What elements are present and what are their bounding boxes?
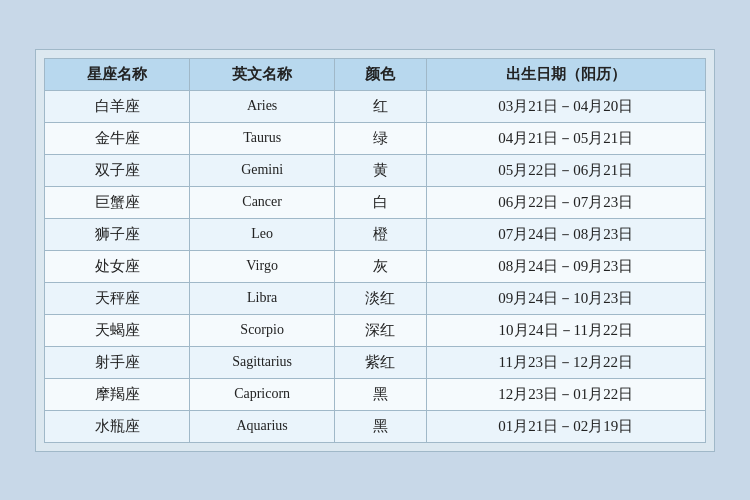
table-row: 水瓶座Aquarius黑01月21日－02月19日 (45, 410, 706, 442)
table-header-row: 星座名称 英文名称 颜色 出生日期（阳历） (45, 58, 706, 90)
cell-dates: 09月24日－10月23日 (426, 282, 705, 314)
table-row: 白羊座Aries红03月21日－04月20日 (45, 90, 706, 122)
cell-english-name: Scorpio (190, 314, 335, 346)
cell-english-name: Aries (190, 90, 335, 122)
table-row: 天蝎座Scorpio深红10月24日－11月22日 (45, 314, 706, 346)
cell-color: 绿 (335, 122, 426, 154)
table-body: 白羊座Aries红03月21日－04月20日金牛座Taurus绿04月21日－0… (45, 90, 706, 442)
table-row: 金牛座Taurus绿04月21日－05月21日 (45, 122, 706, 154)
cell-dates: 06月22日－07月23日 (426, 186, 705, 218)
cell-chinese-name: 水瓶座 (45, 410, 190, 442)
header-dates: 出生日期（阳历） (426, 58, 705, 90)
cell-chinese-name: 狮子座 (45, 218, 190, 250)
cell-english-name: Capricorn (190, 378, 335, 410)
cell-color: 红 (335, 90, 426, 122)
header-color: 颜色 (335, 58, 426, 90)
cell-chinese-name: 射手座 (45, 346, 190, 378)
cell-chinese-name: 处女座 (45, 250, 190, 282)
cell-color: 紫红 (335, 346, 426, 378)
zodiac-table-container: 星座名称 英文名称 颜色 出生日期（阳历） 白羊座Aries红03月21日－04… (35, 49, 715, 452)
cell-chinese-name: 天秤座 (45, 282, 190, 314)
cell-color: 深红 (335, 314, 426, 346)
cell-chinese-name: 摩羯座 (45, 378, 190, 410)
cell-english-name: Libra (190, 282, 335, 314)
cell-dates: 03月21日－04月20日 (426, 90, 705, 122)
cell-chinese-name: 白羊座 (45, 90, 190, 122)
cell-color: 黄 (335, 154, 426, 186)
cell-dates: 08月24日－09月23日 (426, 250, 705, 282)
header-chinese-name: 星座名称 (45, 58, 190, 90)
cell-color: 淡红 (335, 282, 426, 314)
table-row: 处女座Virgo灰08月24日－09月23日 (45, 250, 706, 282)
table-row: 巨蟹座Cancer白06月22日－07月23日 (45, 186, 706, 218)
cell-color: 黑 (335, 378, 426, 410)
zodiac-table: 星座名称 英文名称 颜色 出生日期（阳历） 白羊座Aries红03月21日－04… (44, 58, 706, 443)
cell-chinese-name: 巨蟹座 (45, 186, 190, 218)
cell-dates: 11月23日－12月22日 (426, 346, 705, 378)
cell-dates: 07月24日－08月23日 (426, 218, 705, 250)
cell-color: 灰 (335, 250, 426, 282)
cell-dates: 05月22日－06月21日 (426, 154, 705, 186)
cell-chinese-name: 天蝎座 (45, 314, 190, 346)
cell-color: 白 (335, 186, 426, 218)
cell-color: 黑 (335, 410, 426, 442)
table-row: 狮子座Leo橙07月24日－08月23日 (45, 218, 706, 250)
cell-dates: 12月23日－01月22日 (426, 378, 705, 410)
cell-dates: 01月21日－02月19日 (426, 410, 705, 442)
table-row: 摩羯座Capricorn黑12月23日－01月22日 (45, 378, 706, 410)
table-row: 双子座Gemini黄05月22日－06月21日 (45, 154, 706, 186)
cell-dates: 10月24日－11月22日 (426, 314, 705, 346)
cell-dates: 04月21日－05月21日 (426, 122, 705, 154)
cell-english-name: Gemini (190, 154, 335, 186)
table-row: 天秤座Libra淡红09月24日－10月23日 (45, 282, 706, 314)
cell-color: 橙 (335, 218, 426, 250)
table-row: 射手座Sagittarius紫红11月23日－12月22日 (45, 346, 706, 378)
cell-chinese-name: 金牛座 (45, 122, 190, 154)
cell-english-name: Virgo (190, 250, 335, 282)
cell-chinese-name: 双子座 (45, 154, 190, 186)
cell-english-name: Leo (190, 218, 335, 250)
cell-english-name: Aquarius (190, 410, 335, 442)
cell-english-name: Cancer (190, 186, 335, 218)
header-english-name: 英文名称 (190, 58, 335, 90)
cell-english-name: Sagittarius (190, 346, 335, 378)
cell-english-name: Taurus (190, 122, 335, 154)
